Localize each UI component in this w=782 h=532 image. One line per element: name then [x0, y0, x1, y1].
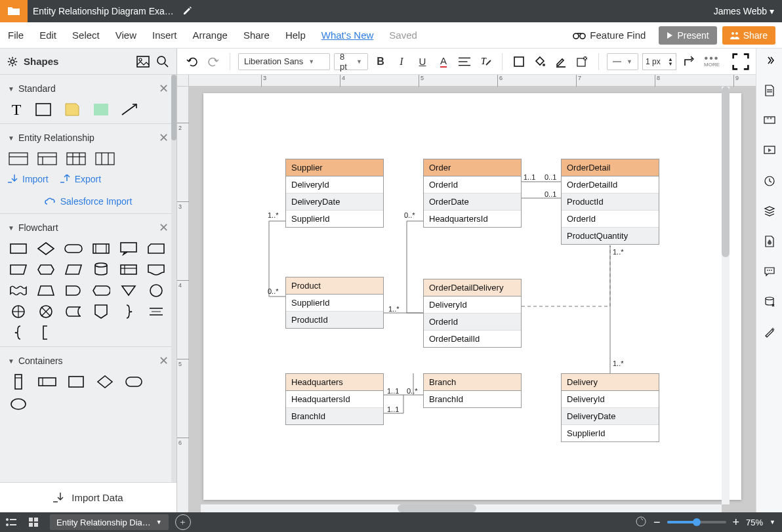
er-export[interactable]: Export — [60, 174, 101, 184]
er-salesforce-import[interactable]: Salesforce Import — [8, 196, 169, 207]
menu-file[interactable]: File — [0, 30, 31, 41]
fc-callout[interactable] — [118, 241, 139, 256]
entity-headquarters[interactable]: Headquarters HeadquartersId BranchId — [285, 373, 384, 425]
h-scrollbar[interactable] — [201, 504, 722, 512]
fc-rect[interactable] — [8, 241, 29, 256]
add-page-button[interactable]: ＋ — [175, 514, 191, 530]
shape-note[interactable] — [62, 102, 83, 117]
fc-predefined[interactable] — [91, 241, 112, 256]
import-data-button[interactable]: Import Data — [0, 482, 176, 512]
chat-icon[interactable] — [762, 264, 777, 279]
page[interactable]: Supplier DeliveryId DeliveryDate Supplie… — [203, 93, 741, 500]
comment-icon[interactable]: "" — [762, 113, 777, 129]
close-icon[interactable]: ✕ — [159, 131, 169, 145]
category-containers-header[interactable]: ▼Containers✕ — [8, 354, 169, 368]
entity-product[interactable]: Product SupplierId ProductId — [285, 277, 384, 329]
menu-arrange[interactable]: Arrange — [185, 30, 236, 41]
grid-icon[interactable] — [22, 512, 45, 532]
cont-2[interactable] — [37, 375, 58, 389]
fc-para[interactable] — [63, 262, 84, 277]
outline-icon[interactable] — [0, 512, 22, 532]
fc-bracket[interactable] — [35, 325, 56, 340]
autosave-icon[interactable] — [635, 516, 647, 529]
shape-er-3[interactable] — [66, 152, 87, 166]
image-icon[interactable] — [136, 54, 150, 69]
entity-supplier[interactable]: Supplier DeliveryId DeliveryDate Supplie… — [285, 159, 384, 228]
fc-card[interactable] — [146, 241, 167, 256]
zoom-slider[interactable] — [667, 521, 726, 523]
page-icon[interactable] — [762, 83, 777, 98]
fc-manual[interactable] — [8, 262, 29, 277]
folder-icon[interactable] — [0, 0, 28, 22]
menu-view[interactable]: View — [108, 30, 144, 41]
drop-icon[interactable] — [762, 234, 777, 249]
entity-branch[interactable]: Branch BranchId — [423, 373, 522, 408]
v-scrollbar-thumb[interactable] — [722, 87, 730, 257]
cont-5[interactable] — [123, 375, 144, 389]
redo-icon[interactable] — [205, 53, 222, 70]
shape-text[interactable]: T — [8, 102, 25, 117]
data-icon[interactable] — [762, 294, 777, 310]
category-standard-header[interactable]: ▼Standard✕ — [8, 81, 169, 96]
fc-stored[interactable] — [63, 304, 84, 319]
shape-er-2[interactable] — [37, 152, 58, 166]
close-icon[interactable]: ✕ — [159, 354, 169, 368]
italic-icon[interactable]: I — [393, 53, 410, 70]
border-color-icon[interactable] — [552, 53, 569, 70]
fc-note[interactable] — [146, 304, 167, 319]
more-button[interactable]: •••MORE — [701, 55, 722, 68]
undo-icon[interactable] — [184, 53, 201, 70]
entity-orderdetaildelivery[interactable]: OrderDetailDelivery DeliveryId OrderId O… — [423, 279, 522, 348]
clear-format-icon[interactable]: T — [477, 53, 494, 70]
font-select[interactable]: Liberation Sans▼ — [238, 53, 330, 70]
fc-delay[interactable] — [63, 283, 84, 298]
shape-fill-icon[interactable] — [510, 53, 527, 70]
fc-offpage[interactable] — [91, 304, 112, 319]
shape-er-4[interactable] — [94, 152, 115, 166]
layers-icon[interactable] — [762, 203, 777, 219]
fc-internal[interactable] — [118, 262, 139, 277]
fill-color-icon[interactable] — [531, 53, 548, 70]
fc-connector[interactable] — [146, 283, 167, 298]
font-size-select[interactable]: 8 pt▼ — [334, 53, 368, 70]
feature-find[interactable]: Feature Find — [565, 30, 653, 41]
shape-rectangle[interactable] — [33, 102, 54, 117]
line-route-icon[interactable] — [680, 53, 697, 70]
zoom-out-button[interactable]: − — [653, 516, 661, 529]
fc-or[interactable] — [35, 304, 56, 319]
entity-orderdetail[interactable]: OrderDetail OrderDetailId ProductId Orde… — [561, 159, 659, 245]
align-icon[interactable] — [456, 53, 473, 70]
cont-4[interactable] — [94, 375, 115, 389]
bold-icon[interactable]: B — [372, 53, 389, 70]
magic-icon[interactable] — [762, 324, 777, 340]
share-button[interactable]: Share — [722, 26, 775, 45]
fc-display[interactable] — [91, 283, 112, 298]
fc-terminator[interactable] — [63, 241, 84, 256]
close-icon[interactable]: ✕ — [159, 81, 169, 96]
fc-merge[interactable] — [118, 283, 139, 298]
menu-help[interactable]: Help — [278, 30, 314, 41]
cont-1[interactable] — [8, 375, 29, 389]
text-color-icon[interactable]: A — [435, 53, 452, 70]
fc-brace-l[interactable] — [8, 325, 29, 340]
canvas[interactable]: Supplier DeliveryId DeliveryDate Supplie… — [189, 87, 756, 512]
zoom-in-button[interactable]: + — [733, 516, 740, 529]
fc-sum[interactable] — [8, 304, 29, 319]
fullscreen-icon[interactable] — [732, 53, 749, 70]
collapse-dock-icon[interactable] — [762, 52, 777, 68]
fc-wave[interactable] — [8, 283, 29, 298]
present-button[interactable]: Present — [659, 26, 716, 45]
menu-share[interactable]: Share — [236, 30, 278, 41]
shape-block[interactable] — [91, 102, 112, 117]
menu-insert[interactable]: Insert — [144, 30, 185, 41]
edit-title-icon[interactable] — [183, 6, 192, 17]
h-scrollbar-thumb[interactable] — [398, 504, 476, 512]
history-icon[interactable] — [762, 173, 777, 189]
fc-cylinder[interactable] — [91, 262, 112, 277]
cont-3[interactable] — [66, 375, 87, 389]
presentation-icon[interactable] — [762, 143, 777, 159]
menu-whatsnew[interactable]: What's New — [314, 30, 382, 41]
underline-icon[interactable]: U — [414, 53, 431, 70]
er-import[interactable]: Import — [8, 174, 49, 184]
entity-order[interactable]: Order OrderId OrderDate HeadquartersId — [423, 159, 522, 228]
